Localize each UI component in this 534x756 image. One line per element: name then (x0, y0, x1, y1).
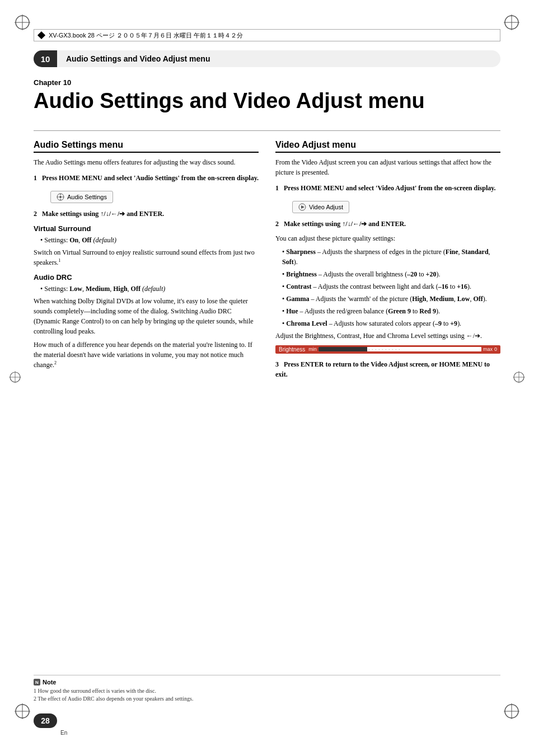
diamond-icon (38, 31, 45, 39)
corner-mark-tr (500, 11, 523, 34)
mid-left-reg-mark (8, 370, 22, 386)
audio-step1: 1 Press HOME MENU and select 'Audio Sett… (34, 173, 259, 183)
brightness-bar: Brightness min · · · · · · · · · · max 0 (275, 345, 500, 354)
file-info-bar: XV-GX3.book 28 ページ ２００５年７月６日 水曜日 午前１１時４２… (34, 29, 500, 41)
main-divider (34, 130, 500, 131)
audio-drc-heading: Audio DRC (34, 273, 259, 281)
audio-settings-intro: The Audio Settings menu offers features … (34, 157, 259, 167)
audio-drc-body2: How much of a difference you hear depend… (34, 340, 259, 370)
video-adjust-column: Video Adjust menu From the Video Adjust … (275, 140, 500, 379)
video-adjust-intro: From the Video Adjust screen you can adj… (275, 157, 500, 177)
page-language: En (60, 730, 67, 736)
chapter-label: Chapter 10 (34, 78, 500, 87)
audio-settings-menu-button: Audio Settings (50, 191, 113, 203)
video-setting-hue: Hue – Adjusts the red/green balance (Gre… (282, 306, 500, 316)
brightness-bar-track: · · · · · · · · · · (318, 347, 481, 351)
brightness-min-label: min (308, 346, 317, 352)
video-setting-sharpness: Sharpness – Adjusts the sharpness of edg… (282, 247, 500, 267)
video-adjust-heading: Video Adjust menu (275, 140, 500, 153)
video-adjust-icon (298, 203, 306, 211)
audio-step2-make: 2 Make settings using ↑/↓/←/➔ and ENTER. (34, 209, 259, 219)
audio-drc-body1: When watching Dolby Digital DVDs at low … (34, 296, 259, 336)
file-info-content: XV-GX3.book 28 ページ ２００５年７月６日 水曜日 午前１１時４２… (39, 31, 243, 40)
note-section: N Note 1 How good the surround effect is… (34, 675, 500, 703)
audio-settings-column: Audio Settings menu The Audio Settings m… (34, 140, 259, 379)
video-setting-chroma: Chroma Level – Adjusts how saturated col… (282, 318, 500, 328)
audio-menu-label: Audio Settings (67, 194, 107, 200)
main-content: Chapter 10 Audio Settings and Video Adju… (34, 78, 500, 700)
note-icon: N (34, 679, 40, 685)
corner-mark-bl (11, 700, 34, 722)
svg-point-19 (59, 196, 62, 198)
chapter-number: 10 (34, 50, 57, 67)
svg-marker-25 (301, 205, 305, 209)
brightness-max-label: max (483, 346, 493, 352)
chapter-main-title: Audio Settings and Video Adjust menu (34, 89, 500, 114)
video-setting-contrast: Contrast – Adjusts the contrast between … (282, 281, 500, 292)
brightness-value: 0 (494, 346, 497, 352)
note-label: Note (43, 679, 56, 685)
audio-drc-settings: Settings: Low, Medium, High, Off (defaul… (40, 284, 259, 294)
mid-right-reg-mark (512, 370, 526, 386)
svg-text:N: N (35, 680, 39, 685)
two-col-layout: Audio Settings menu The Audio Settings m… (34, 140, 500, 379)
video-setting-gamma: Gamma – Adjusts the 'warmth' of the pict… (282, 294, 500, 304)
video-menu-label: Video Adjust (309, 204, 343, 210)
corner-mark-tl (11, 11, 34, 34)
page-number: 28 (34, 713, 57, 728)
video-step2-make: 2 Make settings using ↑/↓/←/➔ and ENTER. (275, 219, 500, 229)
chapter-band: 10 Audio Settings and Video Adjust menu (34, 50, 500, 67)
video-adjust-menu-button: Video Adjust (292, 201, 349, 213)
adjust-note: Adjust the Brightness, Contrast, Hue and… (275, 331, 500, 341)
brightness-bar-label: Brightness (279, 346, 305, 353)
note-item-1: 1 How good the surround effect is varies… (34, 687, 500, 695)
video-step3: 3 Press ENTER to return to the Video Adj… (275, 359, 500, 379)
video-step2-body: You can adjust these picture quality set… (275, 233, 500, 243)
brightness-bar-dots: · · · · · · · · · · (367, 347, 481, 351)
audio-settings-icon (57, 193, 64, 201)
file-info-text: XV-GX3.book 28 ページ ２００５年７月６日 水曜日 午前１１時４２… (49, 31, 243, 40)
virtual-surround-settings: Settings: On, Off (default) (40, 235, 259, 245)
virtual-surround-body: Switch on Virtual Surround to enjoy real… (34, 247, 259, 267)
corner-mark-br (500, 700, 523, 722)
video-step1: 1 Press HOME MENU and select 'Video Adju… (275, 183, 500, 193)
virtual-surround-heading: Virtual Surround (34, 224, 259, 233)
note-header: N Note (34, 679, 500, 685)
video-setting-brightness: Brightness – Adjusts the overall brightn… (282, 269, 500, 279)
audio-settings-heading: Audio Settings menu (34, 140, 259, 153)
brightness-bar-fill (318, 347, 367, 351)
note-item-2: 2 The effect of Audio DRC also depends o… (34, 695, 500, 703)
chapter-band-title: Audio Settings and Video Adjust menu (57, 54, 500, 63)
